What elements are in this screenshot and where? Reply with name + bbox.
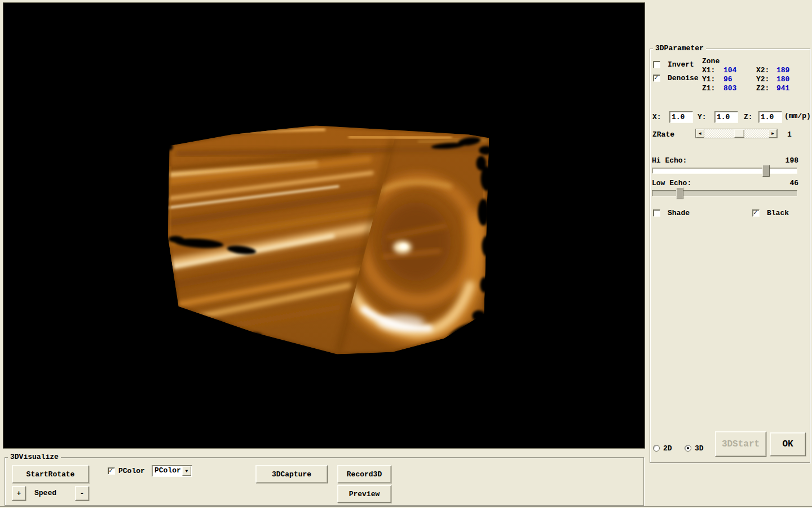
ok-button[interactable]: OK <box>770 432 806 456</box>
y-scale-input[interactable] <box>714 111 738 123</box>
zrate-thumb[interactable] <box>734 129 744 138</box>
z-scale-label: Z: <box>744 113 753 121</box>
mode-2d-radio[interactable] <box>653 445 660 452</box>
shade-label: Shade <box>668 209 690 217</box>
zrate-left-arrow-icon[interactable]: ◄ <box>696 129 704 138</box>
shade-checkbox[interactable]: ✓ <box>653 209 660 217</box>
zrate-track[interactable] <box>704 129 769 138</box>
black-checkbox[interactable]: ✓ <box>752 209 760 217</box>
zrate-right-arrow-icon[interactable]: ► <box>769 129 777 138</box>
invert-label: Invert <box>668 60 694 69</box>
record-button[interactable]: Record3D <box>337 465 391 483</box>
zone-y1-label: Y1: <box>702 75 723 84</box>
denoise-checkbox[interactable]: ✓ <box>653 75 660 82</box>
pcolor-dropdown[interactable]: PColor ▼ <box>152 465 192 477</box>
zone-z1-label: Z1: <box>702 84 723 93</box>
zone-z2-value: 941 <box>776 84 805 93</box>
zone-label: Zone <box>702 57 720 65</box>
start3d-button[interactable]: 3DStart <box>715 431 766 457</box>
low-echo-value: 46 <box>780 179 798 187</box>
hi-echo-label: Hi Echo: <box>652 156 687 165</box>
x-scale-input[interactable] <box>669 111 693 123</box>
pcolor-dropdown-value: PColor <box>155 466 181 475</box>
radio-dot <box>687 447 689 449</box>
visualize-title: 3DVisualize <box>8 453 61 462</box>
visualize-groupbox: 3DVisualize StartRotate + Speed - ✓ PCol… <box>5 457 644 506</box>
param-title: 3DParameter <box>653 44 706 53</box>
scale-unit-label: (mm/p) <box>784 112 811 120</box>
z-scale-input[interactable] <box>758 111 782 123</box>
denoise-label: Denoise <box>668 74 699 82</box>
mode-3d-label: 3D <box>695 444 704 453</box>
zone-y1-value: 96 <box>723 75 756 84</box>
invert-checkbox[interactable]: ✓ <box>653 61 660 68</box>
low-echo-slider[interactable] <box>652 190 797 196</box>
zone-z1-value: 803 <box>723 84 756 93</box>
zone-x2-label: X2: <box>756 66 776 75</box>
check-icon: ✓ <box>109 468 114 474</box>
mode-2d-label: 2D <box>663 444 672 453</box>
zone-x1-value: 104 <box>723 66 756 75</box>
preview-button[interactable]: Preview <box>337 485 391 503</box>
speed-minus-button[interactable]: - <box>75 486 89 501</box>
hi-echo-slider[interactable] <box>652 168 797 174</box>
zone-table: X1: 104 X2: 189 Y1: 96 Y2: 180 Z1: 803 Z… <box>702 66 805 93</box>
check-icon: ✓ <box>753 210 759 216</box>
zone-x1-label: X1: <box>702 66 723 75</box>
zone-y2-label: Y2: <box>756 75 776 84</box>
window-bottom-edge <box>0 506 812 507</box>
low-echo-thumb[interactable] <box>676 187 683 199</box>
speed-label: Speed <box>34 489 56 497</box>
zrate-label: ZRate <box>652 130 674 139</box>
param-groupbox: 3DParameter ✓ Invert ✓ Denoise Zone X1: … <box>650 49 810 463</box>
zrate-value: 1 <box>787 130 792 139</box>
zone-y2-value: 180 <box>776 75 805 84</box>
zrate-scrollbar[interactable]: ◄ ► <box>695 129 778 138</box>
zone-z2-label: Z2: <box>756 84 776 93</box>
zone-x2-value: 189 <box>776 66 805 75</box>
pcolor-checkbox[interactable]: ✓ <box>108 467 115 475</box>
speed-plus-button[interactable]: + <box>12 486 26 501</box>
y-scale-label: Y: <box>698 113 707 121</box>
hi-echo-value: 198 <box>780 156 798 165</box>
pcolor-label: PColor <box>118 467 145 475</box>
start-rotate-button[interactable]: StartRotate <box>12 465 89 483</box>
render-viewport[interactable] <box>3 2 645 449</box>
capture-button[interactable]: 3DCapture <box>255 465 328 483</box>
mode-3d-radio[interactable] <box>685 445 691 452</box>
volume-render <box>3 3 645 448</box>
x-scale-label: X: <box>652 113 661 121</box>
check-icon: ✓ <box>654 75 660 81</box>
black-label: Black <box>767 209 789 217</box>
low-echo-label: Low Echo: <box>652 179 691 187</box>
dropdown-arrow-icon[interactable]: ▼ <box>182 466 191 476</box>
hi-echo-thumb[interactable] <box>762 165 770 177</box>
